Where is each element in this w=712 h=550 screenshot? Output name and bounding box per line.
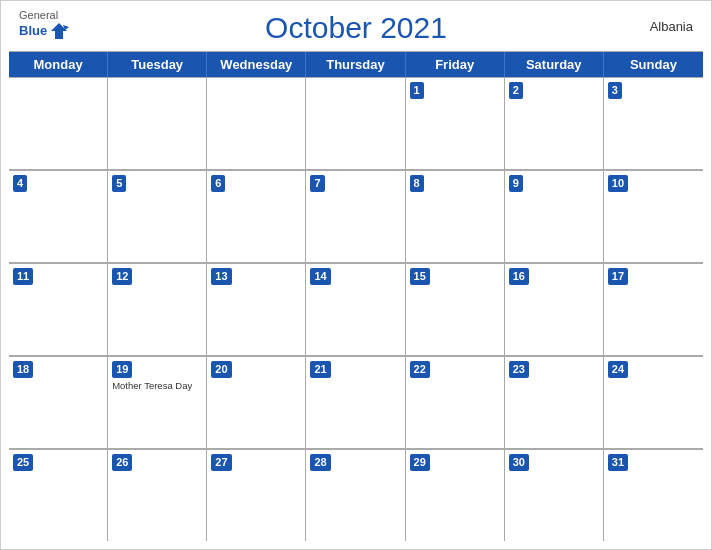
day-number: 17: [608, 268, 628, 285]
day-cell: 12: [108, 263, 207, 355]
day-number: 6: [211, 175, 225, 192]
svg-marker-0: [51, 23, 67, 39]
day-number: 27: [211, 454, 231, 471]
day-number: 12: [112, 268, 132, 285]
day-cell: 11: [9, 263, 108, 355]
day-cell: 15: [406, 263, 505, 355]
day-cell: 3: [604, 77, 703, 169]
day-number: 26: [112, 454, 132, 471]
day-number: 25: [13, 454, 33, 471]
day-number: 13: [211, 268, 231, 285]
day-number: 29: [410, 454, 430, 471]
day-number: 2: [509, 82, 523, 99]
day-cell: 31: [604, 449, 703, 541]
day-number: 10: [608, 175, 628, 192]
day-number: 23: [509, 361, 529, 378]
logo-area: General Blue: [19, 9, 69, 41]
day-number: 19: [112, 361, 132, 378]
day-number: 5: [112, 175, 126, 192]
day-header-wednesday: Wednesday: [207, 52, 306, 77]
day-header-sunday: Sunday: [604, 52, 703, 77]
day-cell: 13: [207, 263, 306, 355]
week-row-5: 25262728293031: [9, 449, 703, 541]
day-cell: 19Mother Teresa Day: [108, 356, 207, 448]
day-number: 30: [509, 454, 529, 471]
calendar-container: General Blue October 2021 Albania Monday…: [0, 0, 712, 550]
calendar-title: October 2021: [265, 11, 447, 45]
day-cell: 24: [604, 356, 703, 448]
day-headers-row: MondayTuesdayWednesdayThursdayFridaySatu…: [9, 52, 703, 77]
day-number: 7: [310, 175, 324, 192]
day-cell: 14: [306, 263, 405, 355]
day-cell: 7: [306, 170, 405, 262]
day-cell: 18: [9, 356, 108, 448]
day-cell: 8: [406, 170, 505, 262]
day-cell: [108, 77, 207, 169]
day-header-saturday: Saturday: [505, 52, 604, 77]
day-cell: 17: [604, 263, 703, 355]
day-cell: 16: [505, 263, 604, 355]
week-row-4: 1819Mother Teresa Day2021222324: [9, 356, 703, 449]
weeks-container: 12345678910111213141516171819Mother Tere…: [9, 77, 703, 541]
week-row-3: 11121314151617: [9, 263, 703, 356]
day-cell: 9: [505, 170, 604, 262]
day-cell: 26: [108, 449, 207, 541]
day-number: 15: [410, 268, 430, 285]
day-cell: 5: [108, 170, 207, 262]
day-number: 1: [410, 82, 424, 99]
day-number: 16: [509, 268, 529, 285]
day-cell: 2: [505, 77, 604, 169]
day-number: 8: [410, 175, 424, 192]
day-cell: [207, 77, 306, 169]
day-cell: 4: [9, 170, 108, 262]
day-header-thursday: Thursday: [306, 52, 405, 77]
day-header-tuesday: Tuesday: [108, 52, 207, 77]
day-cell: 23: [505, 356, 604, 448]
day-number: 14: [310, 268, 330, 285]
day-number: 31: [608, 454, 628, 471]
day-number: 22: [410, 361, 430, 378]
holiday-label: Mother Teresa Day: [112, 380, 202, 391]
day-header-friday: Friday: [406, 52, 505, 77]
day-cell: 22: [406, 356, 505, 448]
day-number: 3: [608, 82, 622, 99]
day-cell: 21: [306, 356, 405, 448]
week-row-1: 123: [9, 77, 703, 170]
bird-logo-icon: [49, 21, 69, 41]
day-cell: 10: [604, 170, 703, 262]
country-label: Albania: [650, 19, 693, 34]
day-number: 24: [608, 361, 628, 378]
logo-general: General Blue: [19, 9, 69, 41]
calendar-header: General Blue October 2021 Albania: [1, 1, 711, 51]
day-cell: 29: [406, 449, 505, 541]
day-number: 20: [211, 361, 231, 378]
day-number: 9: [509, 175, 523, 192]
day-cell: 25: [9, 449, 108, 541]
day-cell: [9, 77, 108, 169]
day-cell: 20: [207, 356, 306, 448]
day-cell: 6: [207, 170, 306, 262]
day-cell: 27: [207, 449, 306, 541]
day-number: 18: [13, 361, 33, 378]
day-number: 21: [310, 361, 330, 378]
logo-icon: General Blue: [19, 9, 69, 41]
day-cell: [306, 77, 405, 169]
day-number: 28: [310, 454, 330, 471]
calendar-grid: MondayTuesdayWednesdayThursdayFridaySatu…: [9, 51, 703, 541]
day-cell: 30: [505, 449, 604, 541]
day-cell: 1: [406, 77, 505, 169]
week-row-2: 45678910: [9, 170, 703, 263]
day-cell: 28: [306, 449, 405, 541]
day-number: 11: [13, 268, 33, 285]
day-header-monday: Monday: [9, 52, 108, 77]
day-number: 4: [13, 175, 27, 192]
